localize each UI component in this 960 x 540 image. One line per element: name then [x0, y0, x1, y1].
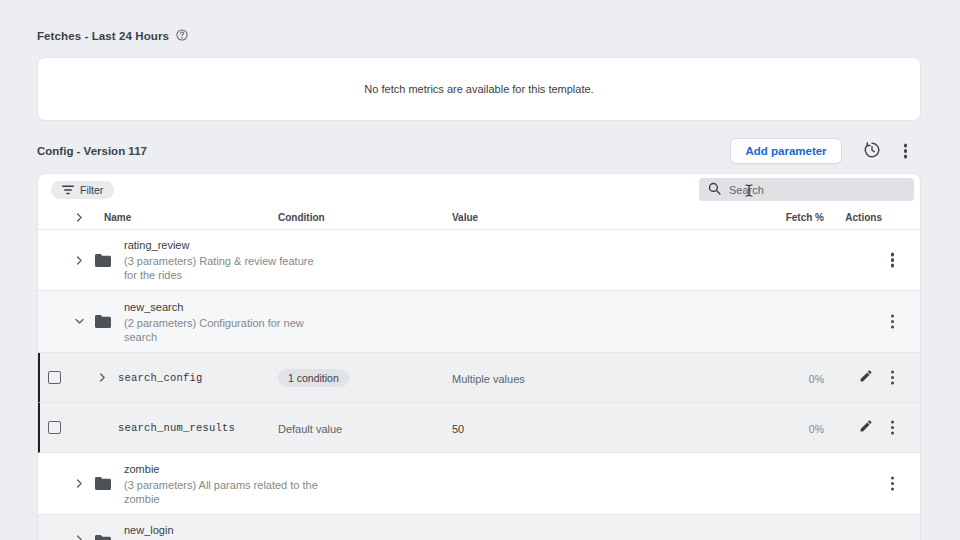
group-description: (2 parameters) Configuration for new sea…	[124, 316, 326, 344]
chevron-right-icon[interactable]	[68, 535, 90, 540]
row-overflow-menu-button[interactable]	[889, 318, 896, 325]
fetches-title: Fetches - Last 24 Hours	[37, 30, 169, 42]
row-overflow-menu-button[interactable]	[889, 480, 896, 487]
row-select-cell	[40, 371, 68, 384]
row-checkbox[interactable]	[48, 371, 61, 384]
group-info: new_login	[116, 515, 824, 539]
group-info: zombie (3 parameters) All params related…	[116, 462, 824, 506]
more-vert-icon	[891, 426, 894, 429]
edit-parameter-button[interactable]	[857, 417, 875, 438]
header-name: Name	[90, 212, 278, 223]
config-actions: Add parameter	[730, 138, 921, 164]
row-actions	[824, 367, 920, 388]
header-condition: Condition	[278, 212, 452, 223]
folder-icon	[90, 315, 116, 328]
pencil-icon	[859, 369, 873, 386]
condition-cell: 1 condition	[278, 368, 452, 387]
fetch-percent: 0%	[809, 423, 824, 435]
fetch-cell: 0%	[774, 369, 824, 387]
chevron-right-icon[interactable]	[68, 256, 90, 265]
config-version-title: Config - Version 117	[37, 145, 147, 157]
row-actions	[824, 417, 920, 438]
fetch-metrics-empty-card: No fetch metrics are available for this …	[37, 57, 921, 121]
folder-icon	[90, 254, 116, 267]
table-row-rating-review[interactable]: rating_review (3 parameters) Rating & re…	[38, 230, 920, 291]
table-row-new-login[interactable]: new_login	[38, 515, 920, 540]
row-checkbox[interactable]	[48, 421, 61, 434]
row-actions	[824, 256, 920, 263]
chevron-down-icon[interactable]	[68, 317, 90, 326]
parameter-value: 50	[452, 423, 464, 435]
row-overflow-menu-button[interactable]	[889, 374, 896, 381]
group-name: rating_review	[124, 238, 824, 253]
condition-label: Default value	[278, 423, 342, 435]
edit-parameter-button[interactable]	[857, 367, 875, 388]
search-field[interactable]	[699, 178, 914, 201]
value-cell: 50	[452, 419, 774, 437]
header-actions: Actions	[824, 212, 920, 223]
group-info: new_search (2 parameters) Configuration …	[116, 300, 824, 344]
row-overflow-menu-button[interactable]	[889, 424, 896, 431]
table-row-zombie[interactable]: zombie (3 parameters) All params related…	[38, 453, 920, 515]
parameter-name: search_config	[118, 372, 278, 384]
condition-cell: Default value	[278, 419, 452, 437]
more-vert-icon	[891, 482, 894, 485]
chevron-right-icon[interactable]	[68, 479, 90, 488]
config-header-bar: Config - Version 117 Add parameter	[37, 137, 921, 165]
filter-button[interactable]: Filter	[51, 181, 114, 199]
remote-config-page: Fetches - Last 24 Hours No fetch metrics…	[0, 0, 960, 540]
folder-icon	[90, 477, 116, 490]
more-vert-icon	[904, 149, 907, 152]
more-vert-icon	[891, 376, 894, 379]
parameter-value: Multiple values	[452, 373, 525, 385]
value-cell: Multiple values	[452, 369, 774, 387]
filter-label: Filter	[80, 184, 103, 196]
table-row-search-num-results[interactable]: search_num_results Default value 50 0%	[38, 403, 920, 453]
row-actions	[824, 318, 920, 325]
filter-list-icon	[62, 183, 74, 198]
search-input[interactable]	[729, 184, 905, 196]
row-actions	[824, 480, 920, 487]
empty-state-message: No fetch metrics are available for this …	[364, 83, 593, 95]
add-parameter-button[interactable]: Add parameter	[730, 138, 841, 164]
help-icon[interactable]	[176, 27, 188, 45]
parameter-name: search_num_results	[118, 422, 278, 434]
more-vert-icon	[891, 258, 894, 261]
history-icon	[863, 141, 881, 162]
version-history-button[interactable]	[861, 139, 883, 164]
fetch-cell: 0%	[774, 419, 824, 437]
group-description: (3 parameters) Rating & review feature f…	[124, 254, 326, 282]
more-vert-icon	[891, 320, 894, 323]
config-overflow-menu-button[interactable]	[902, 147, 909, 154]
condition-chip: 1 condition	[278, 369, 349, 387]
fetch-percent: 0%	[809, 373, 824, 385]
table-header-row: Name Condition Value Fetch % Actions	[38, 205, 920, 230]
table-row-search-config[interactable]: search_config 1 condition Multiple value…	[38, 353, 920, 403]
group-name: zombie	[124, 462, 824, 477]
table-toolbar: Filter	[38, 174, 920, 205]
group-name: new_search	[124, 300, 824, 315]
header-value: Value	[452, 212, 774, 223]
row-overflow-menu-button[interactable]	[889, 256, 896, 263]
chevron-right-icon[interactable]	[98, 373, 118, 382]
header-fetch: Fetch %	[774, 212, 824, 223]
folder-icon	[90, 535, 116, 540]
pencil-icon	[859, 419, 873, 436]
parameters-table-card: Filter Name Condition Value Fetch %	[37, 173, 921, 540]
row-select-cell	[40, 421, 68, 434]
table-row-new-search[interactable]: new_search (2 parameters) Configuration …	[38, 291, 920, 353]
group-info: rating_review (3 parameters) Rating & re…	[116, 238, 824, 282]
search-icon	[708, 181, 721, 199]
expand-all-chevron-icon[interactable]	[68, 213, 90, 222]
fetches-section-header: Fetches - Last 24 Hours	[37, 27, 188, 45]
group-name: new_login	[124, 523, 824, 538]
group-description: (3 parameters) All params related to the…	[124, 478, 326, 506]
